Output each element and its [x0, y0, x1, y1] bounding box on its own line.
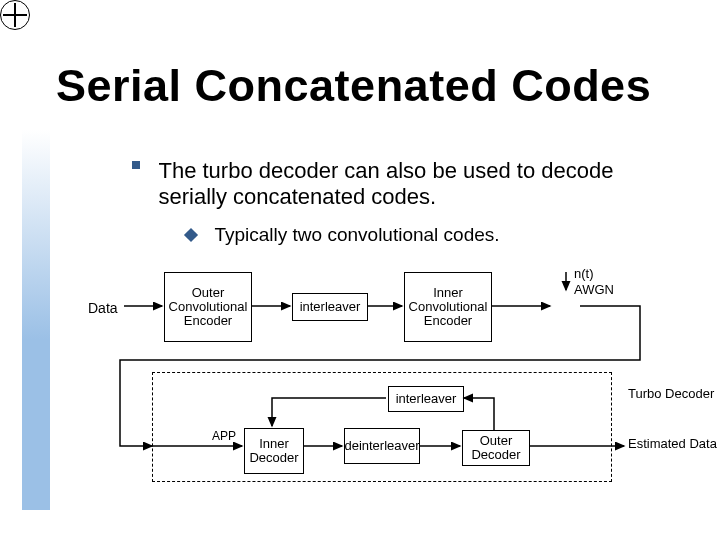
deinterleaver-block: deinterleaver [344, 428, 420, 464]
plus-icon [0, 0, 30, 30]
slide-title: Serial Concatenated Codes [56, 60, 651, 112]
turbo-decoder-group [152, 372, 612, 482]
diamond-bullet-icon [184, 228, 198, 242]
noise-label-top: n(t) [574, 266, 594, 281]
inner-encoder-block: Inner Convolutional Encoder [404, 272, 492, 342]
accent-bar [22, 130, 50, 510]
square-bullet-icon [132, 161, 140, 169]
app-label: APP [212, 429, 236, 443]
interleaver-encoder-block: interleaver [292, 293, 368, 321]
data-input-label: Data [88, 300, 118, 316]
adder-node [0, 0, 28, 28]
bullet-level1: The turbo decoder can also be used to de… [132, 158, 678, 210]
bullet-text-main: The turbo decoder can also be used to de… [158, 158, 678, 210]
outer-decoder-block: Outer Decoder [462, 430, 530, 466]
estimated-data-label: Estimated Data [628, 436, 717, 451]
inner-decoder-block: Inner Decoder [244, 428, 304, 474]
bullet-level2: Typically two convolutional codes. [186, 224, 500, 246]
interleaver-feedback-block: interleaver [388, 386, 464, 412]
turbo-decoder-label: Turbo Decoder [628, 386, 714, 401]
outer-encoder-block: Outer Convolutional Encoder [164, 272, 252, 342]
noise-label-bot: AWGN [574, 282, 614, 297]
bullet-text-sub: Typically two convolutional codes. [214, 224, 499, 246]
